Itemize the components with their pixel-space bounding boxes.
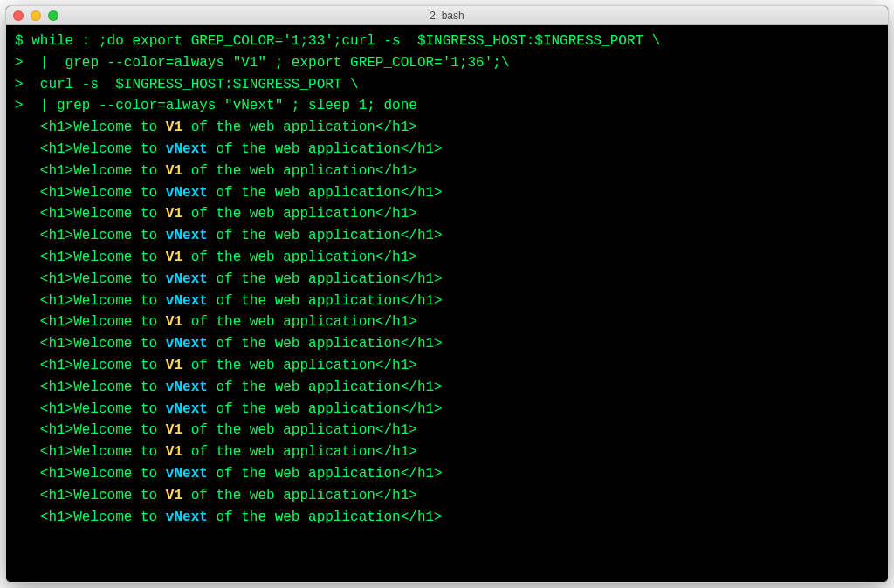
output-post: of the web application</h1>: [208, 379, 443, 395]
output-line: <h1>Welcome to vNext of the web applicat…: [15, 269, 879, 291]
highlight-v1: V1: [166, 314, 182, 330]
output-line: <h1>Welcome to vNext of the web applicat…: [15, 399, 879, 420]
output-post: of the web application</h1>: [182, 358, 417, 373]
output-line: <h1>Welcome to vNext of the web applicat…: [15, 139, 879, 161]
prompt-line: > | grep --color=always "V1" ; export GR…: [15, 52, 879, 74]
output-post: of the web application</h1>: [182, 250, 417, 265]
output-line: <h1>Welcome to vNext of the web applicat…: [15, 377, 879, 399]
highlight-vnext: vNext: [166, 509, 208, 525]
output-pre: <h1>Welcome to: [40, 314, 166, 330]
output-pre: <h1>Welcome to: [40, 466, 166, 482]
highlight-vnext: vNext: [166, 271, 208, 287]
output-line: <h1>Welcome to V1 of the web application…: [15, 441, 879, 463]
output-pre: <h1>Welcome to: [40, 271, 166, 287]
output-post: of the web application</h1>: [182, 444, 417, 460]
output-pre: <h1>Welcome to: [40, 509, 166, 525]
output-line: <h1>Welcome to V1 of the web application…: [15, 203, 879, 225]
output-line: <h1>Welcome to vNext of the web applicat…: [15, 463, 879, 485]
highlight-vnext: vNext: [166, 228, 208, 243]
highlight-v1: V1: [166, 358, 182, 373]
output-line: <h1>Welcome to vNext of the web applicat…: [15, 291, 879, 312]
output-line: <h1>Welcome to vNext of the web applicat…: [15, 333, 879, 355]
output-pre: <h1>Welcome to: [40, 401, 166, 417]
output-post: of the web application</h1>: [182, 488, 417, 503]
output-post: of the web application</h1>: [208, 509, 443, 525]
output-pre: <h1>Welcome to: [40, 379, 166, 395]
output-pre: <h1>Welcome to: [40, 422, 166, 438]
highlight-vnext: vNext: [166, 466, 208, 482]
output-line: <h1>Welcome to V1 of the web application…: [15, 247, 879, 269]
highlight-vnext: vNext: [166, 185, 208, 201]
output-post: of the web application</h1>: [182, 163, 417, 179]
highlight-v1: V1: [166, 444, 182, 460]
output-post: of the web application</h1>: [208, 271, 443, 287]
output-post: of the web application</h1>: [182, 120, 417, 135]
output-post: of the web application</h1>: [208, 185, 443, 201]
prompt-line: > curl -s $INGRESS_HOST:$INGRESS_PORT \: [15, 74, 879, 96]
output-post: of the web application</h1>: [182, 206, 417, 222]
output-line: <h1>Welcome to vNext of the web applicat…: [15, 182, 879, 204]
output-pre: <h1>Welcome to: [40, 228, 166, 243]
output-pre: <h1>Welcome to: [40, 336, 166, 352]
output-post: of the web application</h1>: [208, 336, 443, 352]
terminal-output[interactable]: $ while : ;do export GREP_COLOR='1;33';c…: [6, 25, 888, 582]
highlight-vnext: vNext: [166, 141, 208, 157]
output-pre: <h1>Welcome to: [40, 120, 166, 135]
output-line: <h1>Welcome to V1 of the web application…: [15, 117, 879, 139]
output-post: of the web application</h1>: [208, 141, 443, 157]
highlight-vnext: vNext: [166, 379, 208, 395]
highlight-v1: V1: [166, 422, 182, 438]
window-title: 2. bash: [6, 10, 888, 22]
output-pre: <h1>Welcome to: [40, 293, 166, 309]
output-line: <h1>Welcome to vNext of the web applicat…: [15, 225, 879, 247]
output-line: <h1>Welcome to V1 of the web application…: [15, 485, 879, 507]
prompt-line: $ while : ;do export GREP_COLOR='1;33';c…: [15, 31, 879, 52]
highlight-v1: V1: [166, 120, 182, 135]
output-pre: <h1>Welcome to: [40, 358, 166, 373]
output-line: <h1>Welcome to V1 of the web application…: [15, 420, 879, 441]
output-line: <h1>Welcome to V1 of the web application…: [15, 311, 879, 333]
output-post: of the web application</h1>: [208, 228, 443, 243]
highlight-v1: V1: [166, 163, 182, 179]
titlebar: 2. bash: [6, 6, 888, 25]
output-pre: <h1>Welcome to: [40, 444, 166, 460]
output-post: of the web application</h1>: [182, 314, 417, 330]
output-pre: <h1>Welcome to: [40, 141, 166, 157]
output-post: of the web application</h1>: [182, 422, 417, 438]
highlight-vnext: vNext: [166, 293, 208, 309]
output-line: <h1>Welcome to vNext of the web applicat…: [15, 507, 879, 529]
output-post: of the web application</h1>: [208, 401, 443, 417]
output-line: <h1>Welcome to V1 of the web application…: [15, 355, 879, 377]
output-pre: <h1>Welcome to: [40, 206, 166, 222]
highlight-vnext: vNext: [166, 336, 208, 352]
prompt-line: > | grep --color=always "vNext" ; sleep …: [15, 95, 879, 117]
output-post: of the web application</h1>: [208, 293, 443, 309]
highlight-v1: V1: [166, 206, 182, 222]
highlight-vnext: vNext: [166, 401, 208, 417]
output-pre: <h1>Welcome to: [40, 488, 166, 503]
output-pre: <h1>Welcome to: [40, 163, 166, 179]
highlight-v1: V1: [166, 250, 182, 265]
output-pre: <h1>Welcome to: [40, 185, 166, 201]
output-pre: <h1>Welcome to: [40, 250, 166, 265]
output-line: <h1>Welcome to V1 of the web application…: [15, 161, 879, 182]
terminal-window: 2. bash $ while : ;do export GREP_COLOR=…: [5, 5, 889, 583]
highlight-v1: V1: [166, 488, 182, 503]
output-post: of the web application</h1>: [208, 466, 443, 482]
